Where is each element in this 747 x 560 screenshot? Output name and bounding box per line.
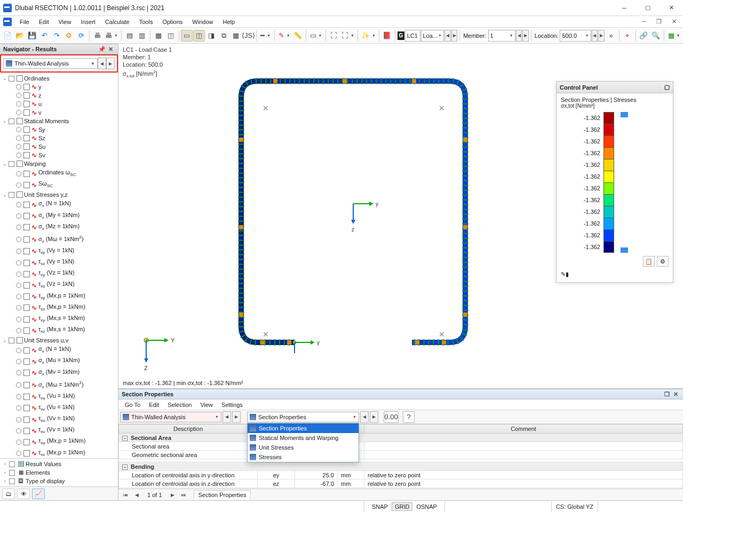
pen-button[interactable]: ✎▼ (277, 30, 291, 42)
pager-last[interactable]: ⏭ (179, 490, 189, 500)
tree-group[interactable]: ⌄ Warping (2, 159, 117, 168)
props-menu-edit[interactable]: Edit (145, 401, 163, 409)
pager-next[interactable]: ▶ (168, 490, 178, 500)
pager-first[interactable]: ⏮ (121, 490, 130, 500)
viewport[interactable]: LC1 - Load Case 1Member: 1Location: 500.… (118, 44, 683, 388)
menu-edit[interactable]: Edit (34, 18, 54, 26)
tree-item[interactable]: τxy (Mx,s = 1kNm) (10, 314, 117, 325)
analysis-next-button[interactable]: ▶ (106, 58, 115, 69)
dropdown-item[interactable]: Section Properties (248, 423, 359, 433)
refresh-button[interactable]: ⟳ (75, 30, 87, 42)
props-menu-selection[interactable]: Selection (163, 401, 196, 409)
page2-button[interactable]: ▥ (136, 30, 148, 42)
lc-prev-button[interactable]: ◀ (444, 30, 451, 42)
navigator-pin-button[interactable]: 📌 (98, 45, 106, 53)
tree-item[interactable]: σx (N = 1kN) (10, 345, 117, 356)
mdi-minimize-button[interactable]: ─ (637, 16, 651, 27)
new-button[interactable]: 📄 (2, 30, 13, 42)
edit-scale-icon[interactable]: ✎▮ (561, 271, 569, 277)
tree-item[interactable]: τxy (Mx,p = 1kNm) (10, 291, 117, 302)
tree-item[interactable]: SωSC (10, 179, 117, 190)
table-row[interactable]: Location of centroidal axis in y-directi… (119, 471, 683, 479)
open-button[interactable]: 📂 (14, 30, 26, 42)
tree-item[interactable]: τxz (Vy = 1kN) (10, 257, 117, 268)
app-menu-icon[interactable] (3, 18, 12, 26)
props-table-wrap[interactable]: DescriptionSymbolValueUnitComment −Secti… (118, 424, 683, 489)
props-analysis-prev[interactable]: ◀ (222, 411, 231, 423)
tree-item[interactable]: τxy (Vz = 1kN) (10, 268, 117, 279)
dropdown-item[interactable]: Unit Stresses (248, 443, 359, 452)
link-button[interactable]: 🔗 (638, 30, 649, 42)
location-combo[interactable]: 500.0▼ (560, 30, 591, 42)
settings-button[interactable]: ⚙ (63, 30, 75, 42)
props-category-combo[interactable]: Section Properties▼ Section PropertiesSt… (247, 412, 359, 422)
display-mode-button[interactable]: ▦▼ (666, 30, 681, 42)
pager-prev[interactable]: ◀ (132, 490, 141, 500)
menu-window[interactable]: Window (187, 18, 218, 26)
analysis-prev-button[interactable]: ◀ (98, 58, 106, 69)
menu-view[interactable]: View (54, 18, 76, 26)
tree-item[interactable]: τxu (Vu = 1kN) (10, 391, 117, 403)
tree-item[interactable]: Su (10, 142, 117, 151)
tree-item[interactable]: τxz (Mx,p = 1kNm) (10, 302, 117, 314)
zoom-fit-button[interactable]: ⛶ (328, 30, 340, 42)
pin-target-button[interactable]: ⌖ (622, 30, 633, 42)
maximize-button[interactable]: ▢ (636, 0, 659, 16)
tree-group[interactable]: ⌄ Ordinates (2, 74, 117, 83)
layer3-button[interactable]: ◨ (205, 30, 217, 42)
search-button[interactable]: 🔍 (650, 30, 662, 42)
save-button[interactable]: 💾 (26, 30, 38, 42)
props-cat-prev[interactable]: ◀ (360, 411, 369, 423)
tree-item[interactable]: τxz (Vz = 1kN) (10, 279, 117, 291)
navigator-close-button[interactable]: ✕ (106, 45, 115, 53)
status-snap[interactable]: SNAP (369, 503, 391, 510)
minimize-button[interactable]: ─ (613, 0, 636, 16)
tree-group[interactable]: ⌄ Unit Stresses u,v (2, 336, 117, 345)
tree-group[interactable]: ⌄ Unit Stresses y,z (2, 190, 117, 199)
lc-next-button[interactable]: ▶ (451, 30, 458, 42)
member-combo[interactable]: 1▼ (488, 30, 515, 42)
highlight-button[interactable]: ✨▼ (360, 30, 377, 42)
status-osnap[interactable]: OSNAP (414, 503, 440, 510)
nav-bottom-item[interactable]: ›🖼 Type of display (2, 477, 116, 485)
book-button[interactable]: 📕 (381, 30, 393, 42)
table-row[interactable]: Geometric sectional areaAgeom7.34cm² (119, 451, 683, 459)
props-menu-view[interactable]: View (196, 401, 217, 409)
measure-button[interactable]: 📏 (292, 30, 304, 42)
scale-max-handle[interactable] (621, 112, 628, 117)
props-close-button[interactable]: ✕ (671, 390, 680, 398)
mdi-close-button[interactable]: ✕ (667, 16, 681, 27)
menu-help[interactable]: Help (218, 18, 240, 26)
props-category-dropdown[interactable]: Section PropertiesStatical Moments and W… (247, 423, 359, 462)
tree-item[interactable]: Sy (10, 125, 117, 134)
page1-button[interactable]: ▤ (124, 30, 136, 42)
mdi-restore-button[interactable]: ❐ (652, 16, 666, 27)
dropdown-item[interactable]: Statical Moments and Warping (248, 433, 359, 443)
tree-item[interactable]: σx (My = 1kNm) (10, 211, 117, 222)
tree-item[interactable]: σx (Mu = 1kNm) (10, 356, 117, 367)
table-row[interactable]: Location of centroidal axis in z-directi… (119, 479, 683, 488)
tree-item[interactable]: τxv (Vv = 1kN) (10, 425, 117, 436)
status-grid[interactable]: GRID (392, 502, 413, 511)
tree-item[interactable]: Sv (10, 151, 117, 159)
props-analysis-combo[interactable]: Thin-Walled Analysis▼ (120, 412, 221, 422)
menu-file[interactable]: File (15, 18, 34, 26)
tree-item[interactable]: Sz (10, 134, 117, 142)
tree-group[interactable]: ⌄ Statical Moments (2, 117, 117, 125)
props-menu-settings[interactable]: Settings (217, 401, 247, 409)
cp-copy-button[interactable]: 📋 (643, 256, 655, 267)
layer4-button[interactable]: ⧉ (218, 30, 229, 42)
tree-item[interactable]: τxu (Vv = 1kN) (10, 414, 117, 425)
tree-item[interactable]: y (10, 83, 117, 91)
layer2-button[interactable]: ◫ (193, 30, 205, 42)
tree-item[interactable]: τxv (Vu = 1kN) (10, 403, 117, 414)
props-menu-go-to[interactable]: Go To (121, 401, 145, 409)
tree-item[interactable]: u (10, 100, 117, 108)
tree-item[interactable]: z (10, 91, 117, 100)
snap-button[interactable]: ◫ (165, 30, 177, 42)
control-panel[interactable]: Control Panel ▢ Section Properties | Str… (556, 81, 673, 283)
tree-item[interactable]: σx (N = 1kN) (10, 199, 117, 210)
grid-snap-button[interactable]: ▦ (153, 30, 164, 42)
tree-item[interactable]: σx (Mω = 1kNm2) (10, 233, 117, 246)
location-next-button[interactable]: ▶ (598, 30, 605, 42)
